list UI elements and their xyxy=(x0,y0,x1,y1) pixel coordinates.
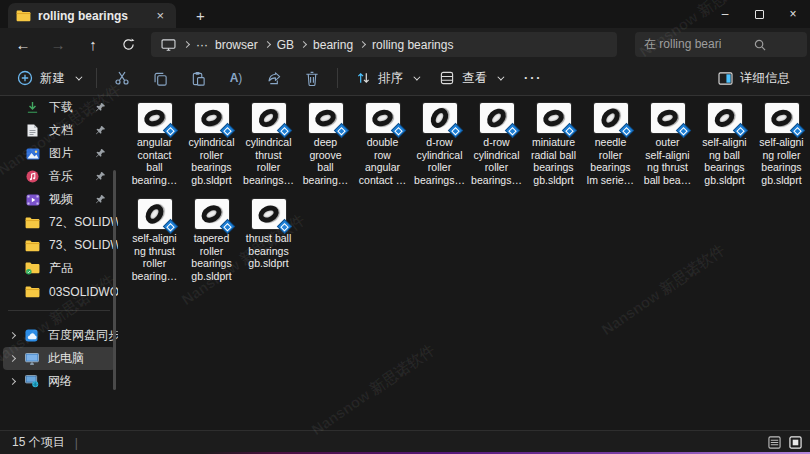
file-item[interactable]: miniature radial ball bearings gb.sldprt xyxy=(525,103,582,199)
breadcrumb-rolling-bearings[interactable]: rolling bearings xyxy=(372,38,453,52)
this-pc-icon xyxy=(159,36,177,54)
file-item[interactable]: angular contact ball bearing… xyxy=(126,103,183,199)
bearing-image xyxy=(541,107,566,129)
sidebar-item-folder-72[interactable]: 72、SOLIDWO xyxy=(0,211,118,234)
bearing-image xyxy=(256,202,282,225)
new-tab-button[interactable]: + xyxy=(190,3,211,28)
sidebar-item-pictures[interactable]: 图片 xyxy=(0,142,118,165)
file-thumbnail xyxy=(252,199,286,229)
sidebar-item-network[interactable]: 网络 xyxy=(0,370,118,393)
file-explorer-window: rolling bearings × + – × ← → ↑ ··· brows… xyxy=(0,0,810,454)
close-button[interactable]: × xyxy=(776,0,810,28)
file-thumbnail xyxy=(423,103,457,133)
sidebar-item-label: 产品 xyxy=(49,260,73,277)
cut-button[interactable] xyxy=(103,64,141,92)
share-button[interactable] xyxy=(255,64,293,92)
file-name: thrust ball bearings gb.sldprt xyxy=(246,232,292,270)
details-view-toggle[interactable] xyxy=(768,436,781,449)
sidebar-item-documents[interactable]: 文档 xyxy=(0,119,118,142)
plus-circle-icon xyxy=(16,69,34,87)
file-item[interactable]: self-aligni ng thrust roller bearing… xyxy=(126,199,183,295)
solidworks-badge-icon xyxy=(221,220,234,233)
folder-icon xyxy=(16,10,31,22)
expand-chevron-icon[interactable] xyxy=(9,355,16,362)
file-name: self-aligni ng thrust roller bearing… xyxy=(132,232,178,282)
solidworks-badge-icon xyxy=(164,220,177,233)
more-options-button[interactable]: ··· xyxy=(512,71,555,85)
this-pc-icon xyxy=(24,352,39,366)
sidebar-scrollbar[interactable] xyxy=(113,170,116,390)
file-item[interactable]: double row angular contact … xyxy=(354,103,411,199)
rename-button[interactable]: A) xyxy=(217,64,255,92)
maximize-button[interactable] xyxy=(742,0,776,28)
back-button[interactable]: ← xyxy=(11,33,35,57)
sidebar-item-this-pc[interactable]: 此电脑 xyxy=(3,347,115,370)
minimize-button[interactable]: – xyxy=(708,0,742,28)
sidebar-item-folder-03solidworks[interactable]: 03SOLIDWORK xyxy=(0,280,118,303)
copy-button[interactable] xyxy=(141,64,179,92)
bearing-image xyxy=(370,107,395,129)
sidebar-item-folder-73[interactable]: 73、SOLIDWO xyxy=(0,234,118,257)
sidebar-item-baidu-netdisk[interactable]: 百度网盘同步空 xyxy=(0,324,118,347)
tab-close-button[interactable]: × xyxy=(152,8,168,23)
file-item[interactable]: deep groove ball bearing… xyxy=(297,103,354,199)
file-item[interactable]: thrust ball bearings gb.sldprt xyxy=(240,199,297,295)
address-bar[interactable]: ··· browser GB bearing rolling bearings xyxy=(151,32,617,57)
breadcrumb-bearing[interactable]: bearing xyxy=(313,38,353,52)
explorer-tab[interactable]: rolling bearings × xyxy=(8,3,176,28)
file-thumbnail xyxy=(537,103,571,133)
bearing-image xyxy=(711,105,737,130)
command-bar: 新建 A) xyxy=(0,61,810,96)
solidworks-badge-icon xyxy=(164,124,177,137)
item-count: 15 个项目 xyxy=(12,434,65,451)
file-item[interactable]: cylindrical thrust roller bearings… xyxy=(240,103,297,199)
paste-button[interactable] xyxy=(179,64,217,92)
file-item[interactable]: d-row cylindrical roller bearings… xyxy=(411,103,468,199)
file-thumbnail xyxy=(651,103,685,133)
sidebar-item-downloads[interactable]: 下载 xyxy=(0,96,118,119)
sidebar-item-label: 音乐 xyxy=(49,168,73,185)
expand-chevron-icon[interactable] xyxy=(9,332,16,339)
file-item[interactable]: self-aligni ng ball bearings gb.sldprt xyxy=(696,103,753,199)
breadcrumb-gb[interactable]: GB xyxy=(277,38,294,52)
sort-icon xyxy=(354,69,372,87)
view-button[interactable]: 查看 xyxy=(428,64,512,92)
chevron-down-icon xyxy=(497,73,504,80)
navigation-pane: 下载 文档 图片 音乐 xyxy=(0,96,118,430)
sidebar-item-label: 视频 xyxy=(49,191,73,208)
solidworks-badge-icon xyxy=(563,124,576,137)
file-thumbnail xyxy=(195,103,229,133)
file-name: cylindrical thrust roller bearings… xyxy=(243,136,294,186)
large-icons-view-toggle[interactable] xyxy=(789,436,802,449)
breadcrumb-browser[interactable]: browser xyxy=(215,38,258,52)
search-input[interactable]: 在 rolling bearings 中搜索 xyxy=(635,32,807,57)
sort-button[interactable]: 排序 xyxy=(344,64,428,92)
up-button[interactable]: ↑ xyxy=(81,33,105,57)
cut-icon xyxy=(113,69,131,87)
baidu-netdisk-icon xyxy=(24,329,39,343)
details-pane-button[interactable]: 详细信息 xyxy=(706,64,800,92)
file-item[interactable]: outer self-aligni ng thrust ball bea… xyxy=(639,103,696,199)
delete-button[interactable] xyxy=(293,64,331,92)
view-button-label: 查看 xyxy=(462,70,487,87)
new-button[interactable]: 新建 xyxy=(6,64,90,92)
sidebar-item-videos[interactable]: 视频 xyxy=(0,188,118,211)
file-item[interactable]: self-aligni ng roller bearings gb.sldprt xyxy=(753,103,810,199)
solidworks-badge-icon xyxy=(392,124,405,137)
file-item[interactable]: tapered roller bearings gb.sldprt xyxy=(183,199,240,295)
file-item[interactable]: cylindrical roller bearings gb.sldprt xyxy=(183,103,240,199)
chevron-down-icon xyxy=(75,73,82,80)
forward-button[interactable]: → xyxy=(46,33,70,57)
sidebar-item-folder-products[interactable]: 产品 xyxy=(0,257,118,280)
address-row: ← → ↑ ··· browser GB bearing rolling bea… xyxy=(0,28,810,61)
sidebar-item-label: 此电脑 xyxy=(48,350,84,367)
sidebar-item-label: 网络 xyxy=(48,373,72,390)
refresh-button[interactable] xyxy=(116,33,140,57)
file-item[interactable]: d-row cylindrical roller bearings… xyxy=(468,103,525,199)
sidebar-item-music[interactable]: 音乐 xyxy=(0,165,118,188)
document-icon xyxy=(25,124,40,138)
expand-chevron-icon[interactable] xyxy=(9,378,16,385)
solidworks-badge-icon xyxy=(278,220,291,233)
file-item[interactable]: needle roller bearings lm serie… xyxy=(582,103,639,199)
breadcrumb-ellipsis[interactable]: ··· xyxy=(196,38,208,52)
